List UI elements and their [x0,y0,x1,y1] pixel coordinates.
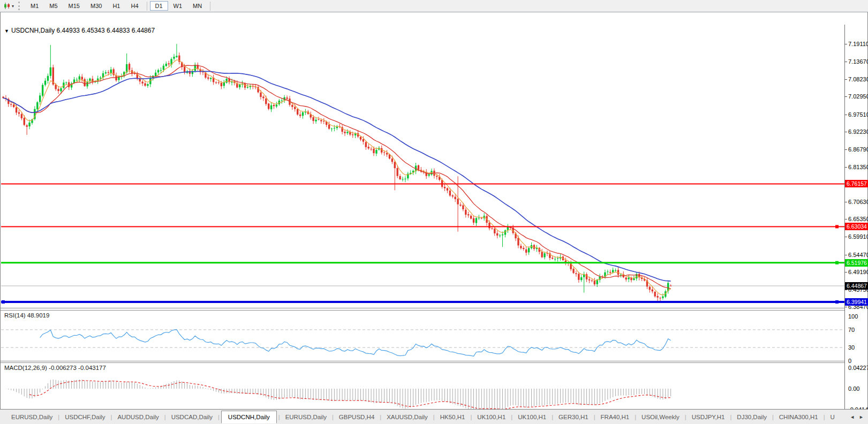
chart-tab-HK50-H1[interactable]: HK50,H1 [436,412,469,422]
chart-tab-AUDUSD-Daily[interactable]: AUDUSD,Daily [114,412,162,422]
price-tick-mark [844,79,847,80]
tab-separator: | [594,414,595,420]
chart-tab-USDJPY-H1[interactable]: USDJPY,H1 [688,412,729,422]
chart-tab-CHINA300-H1[interactable]: CHINA300,H1 [775,412,822,422]
price-tick: 7.13670 [848,58,868,65]
chart-tab-FRA40-H1[interactable]: FRA40,H1 [597,412,633,422]
tab-scroll-right-icon[interactable]: ► [859,414,864,420]
timeframe-button-H1[interactable]: H1 [107,1,125,11]
price-tick-mark [844,115,847,115]
price-tick: 6.92230 [848,128,868,135]
macd-scale-label: 0.042275 [848,365,868,371]
rsi-label: RSI(14) 48.9019 [4,312,49,319]
price-tick-mark [844,167,847,168]
rsi-line [40,330,671,357]
timeframe-button-M30[interactable]: M30 [85,1,107,11]
price-tick-mark [844,219,847,219]
macd-canvas[interactable] [1,363,845,413]
price-tick: 6.59910 [848,233,868,240]
price-line-label-6.63034[interactable]: 6.63034 [845,223,868,230]
horizontal-line-6.63034[interactable] [1,226,845,227]
rsi-scale-label: 100 [848,313,868,320]
toolbar-separator [210,2,210,11]
chart-type-button[interactable]: ▾ [0,1,17,11]
price-tick: 6.86790 [848,146,868,153]
ohlc-values: 6.44933 6.45343 6.44833 6.44867 [57,27,155,34]
ma-slow-line [3,71,671,281]
chart-tab-UK100-H1[interactable]: UK100,H1 [473,412,509,422]
price-tick-mark [844,44,847,44]
macd-histogram [3,380,671,411]
chart-tab-UK100-H1[interactable]: UK100,H1 [514,412,550,422]
price-tick: 7.19110 [848,41,868,47]
tab-separator: | [824,414,825,420]
horizontal-line-6.51976[interactable] [1,262,845,263]
horizontal-line-6.76157[interactable] [1,183,845,184]
chart-tab-USDCHF-Daily[interactable]: USDCHF,Daily [61,412,109,422]
price-tick-mark [844,255,847,255]
rsi-scale-label: 70 [848,327,868,333]
price-tick: 6.81350 [848,164,868,170]
tab-scroll-left-icon[interactable]: ◄ [850,414,855,420]
macd-label: MACD(12,26,9) -0.006273 -0.043177 [4,365,106,371]
chart-tab-GBPUSD-H4[interactable]: GBPUSD,H4 [335,412,378,422]
price-tick-mark [844,272,847,272]
toolbar-grip[interactable] [18,2,22,10]
timeframe-button-W1[interactable]: W1 [168,1,188,11]
panel-separator[interactable] [1,361,844,361]
chart-tab-DJ30-Daily[interactable]: DJ30,Daily [733,412,771,422]
chart-tab-USDCNH-Daily[interactable]: USDCNH,Daily [221,411,277,423]
tab-separator: | [332,414,334,420]
timeframe-button-H4[interactable]: H4 [125,1,144,11]
price-tick: 7.02950 [848,93,868,100]
horizontal-line-6.39941[interactable] [1,301,845,303]
tab-separator: | [278,414,280,420]
tab-separator: | [470,414,472,420]
price-chart-canvas[interactable] [1,25,845,308]
timeframe-button-M5[interactable]: M5 [44,1,63,11]
tab-separator: | [772,414,774,420]
timeframe-button-D1[interactable]: D1 [150,1,168,11]
chart-tab-U[interactable]: U [827,412,839,422]
rsi-scale-label: 30 [848,344,868,351]
price-tick-mark [844,237,847,237]
chart-tab-USDCAD-Daily[interactable]: USDCAD,Daily [168,412,216,422]
tab-separator: | [164,414,166,420]
chart-tab-GER30-H1[interactable]: GER30,H1 [555,412,592,422]
rsi-canvas[interactable] [1,311,845,361]
price-tick-mark [844,62,847,62]
chart-tab-EURUSD-Daily[interactable]: EURUSD,Daily [7,412,56,422]
price-tick: 6.54470 [848,252,868,258]
timeframe-button-MN[interactable]: MN [187,1,207,11]
timeframe-button-M15[interactable]: M15 [63,1,85,11]
current-price-label: 6.44867 [845,282,868,290]
symbol-period-label: USDCNH,Daily [11,27,55,34]
price-line-label-6.51976[interactable]: 6.51976 [845,259,868,267]
chart-tab-USOil-Weekly[interactable]: USOil,Weekly [638,412,683,422]
price-tick-mark [844,96,847,97]
price-tick: 6.70630 [848,199,868,205]
price-tick-mark [844,132,847,132]
price-line-label-6.76157[interactable]: 6.76157 [845,180,868,187]
chart-tab-EURUSD-Daily[interactable]: EURUSD,Daily [282,412,330,422]
macd-scale-label: 0.00 [848,385,868,392]
tab-separator: | [685,414,686,420]
rsi-scale-label: 0 [848,358,868,364]
chart-menu-icon[interactable]: ▼ [4,28,9,34]
chart-tab-bar: EURUSD,Daily|USDCHF,Daily|AUDUSD,Daily|U… [0,410,868,424]
tab-separator: | [635,414,636,420]
panel-separator[interactable] [1,308,844,308]
price-tick: 7.08230 [848,76,868,82]
chart-type-icon [3,2,11,10]
trading-terminal: ▾ M1M5M15M30H1H4D1W1MN ▼USDCNH,Daily 6.4… [0,0,868,424]
chart-window: ▼USDCNH,Daily 6.44933 6.45343 6.44833 6.… [0,12,868,410]
timeframe-button-M1[interactable]: M1 [25,1,44,11]
tab-separator: | [58,414,59,420]
chart-tab-XAUUSD-Daily[interactable]: XAUUSD,Daily [383,412,432,422]
price-line-label-6.39941[interactable]: 6.39941 [845,298,868,306]
price-tick: 6.97510 [848,111,868,118]
chart-title: ▼USDCNH,Daily 6.44933 6.45343 6.44833 6.… [4,27,155,34]
tab-separator: | [111,414,112,420]
price-tick: 6.65350 [848,216,868,222]
tab-separator: | [380,414,381,420]
